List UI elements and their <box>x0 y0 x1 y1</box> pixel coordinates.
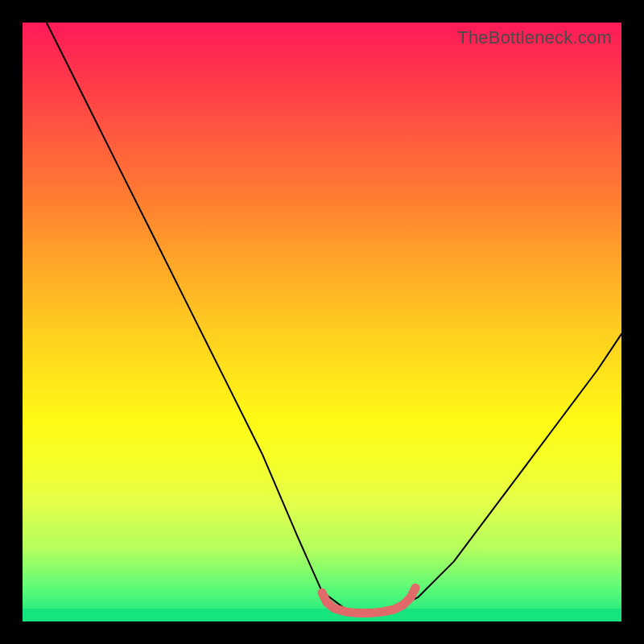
chart-svg <box>23 23 621 621</box>
valley-highlight <box>322 588 415 613</box>
chart-plot-area: TheBottleneck.com <box>23 23 621 621</box>
watermark-text: TheBottleneck.com <box>457 27 612 48</box>
bottleneck-curve <box>47 23 621 609</box>
chart-frame: TheBottleneck.com <box>0 0 644 644</box>
